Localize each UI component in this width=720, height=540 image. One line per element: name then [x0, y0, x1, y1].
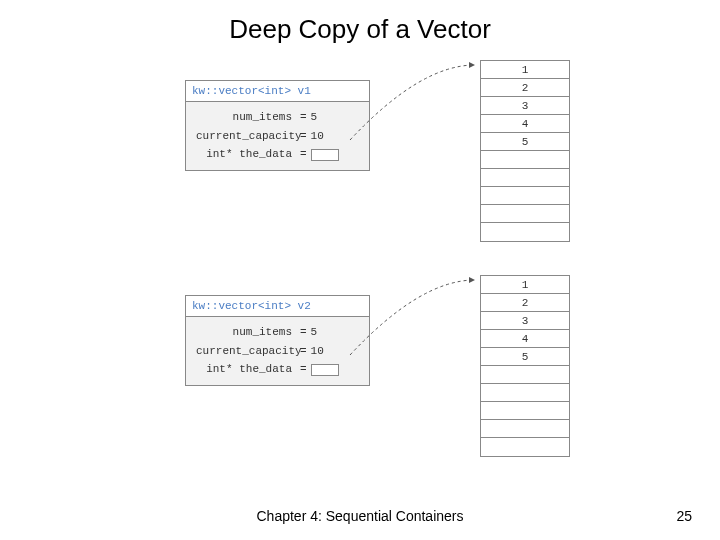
eq-sign: =	[296, 360, 311, 379]
eq-sign: =	[296, 323, 311, 342]
array2-cell: 5	[481, 348, 569, 366]
array2-cell	[481, 366, 569, 384]
array2-cell: 2	[481, 294, 569, 312]
v1-num-items-row: num_items = 5	[196, 108, 359, 127]
array2-cell	[481, 438, 569, 456]
array1-cell: 3	[481, 97, 569, 115]
v2-body: num_items = 5 current_capacity = 10 int*…	[186, 317, 369, 385]
array1-cell	[481, 205, 569, 223]
v1-num-items-label: num_items	[196, 108, 296, 127]
eq-sign: =	[296, 342, 311, 361]
array1-cell	[481, 169, 569, 187]
v1-header: kw::vector<int> v1	[186, 81, 369, 102]
vector-v1-box: kw::vector<int> v1 num_items = 5 current…	[185, 80, 370, 171]
array1-cell: 5	[481, 133, 569, 151]
v2-pointer-box	[311, 364, 339, 376]
slide-title: Deep Copy of a Vector	[0, 14, 720, 45]
array2-cell: 4	[481, 330, 569, 348]
eq-sign: =	[296, 145, 311, 164]
array-v2: 1 2 3 4 5	[480, 275, 570, 457]
v1-capacity-value: 10	[311, 127, 324, 146]
v2-header: kw::vector<int> v2	[186, 296, 369, 317]
v2-num-items-row: num_items = 5	[196, 323, 359, 342]
eq-sign: =	[296, 127, 311, 146]
v1-body: num_items = 5 current_capacity = 10 int*…	[186, 102, 369, 170]
array1-cell	[481, 223, 569, 241]
v1-data-label: int* the_data	[196, 145, 296, 164]
v1-pointer-box	[311, 149, 339, 161]
eq-sign: =	[296, 108, 311, 127]
v1-capacity-label: current_capacity	[196, 127, 296, 146]
array1-cell: 2	[481, 79, 569, 97]
array1-cell: 4	[481, 115, 569, 133]
v1-capacity-row: current_capacity = 10	[196, 127, 359, 146]
array2-cell	[481, 384, 569, 402]
v2-data-label: int* the_data	[196, 360, 296, 379]
v2-capacity-value: 10	[311, 342, 324, 361]
array1-cell	[481, 151, 569, 169]
array2-cell: 3	[481, 312, 569, 330]
chapter-footer: Chapter 4: Sequential Containers	[0, 508, 720, 524]
v2-num-items-value: 5	[311, 323, 318, 342]
v2-capacity-label: current_capacity	[196, 342, 296, 361]
v2-capacity-row: current_capacity = 10	[196, 342, 359, 361]
page-number: 25	[676, 508, 692, 524]
v2-data-row: int* the_data =	[196, 360, 359, 379]
v1-num-items-value: 5	[311, 108, 318, 127]
array1-cell	[481, 187, 569, 205]
array2-cell	[481, 420, 569, 438]
v2-num-items-label: num_items	[196, 323, 296, 342]
array1-cell: 1	[481, 61, 569, 79]
array2-cell	[481, 402, 569, 420]
v1-data-row: int* the_data =	[196, 145, 359, 164]
array-v1: 1 2 3 4 5	[480, 60, 570, 242]
vector-v2-box: kw::vector<int> v2 num_items = 5 current…	[185, 295, 370, 386]
array2-cell: 1	[481, 276, 569, 294]
